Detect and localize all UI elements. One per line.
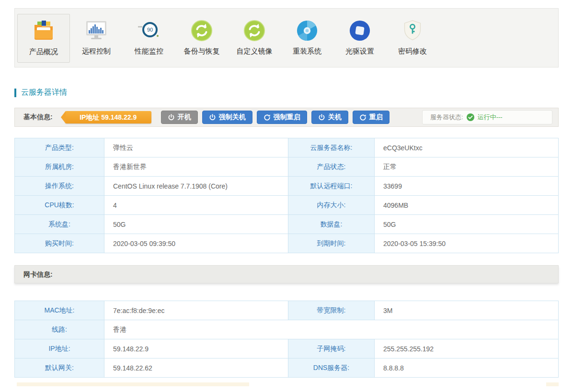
svg-text:90: 90 bbox=[147, 27, 153, 33]
field-label: 数据盘: bbox=[288, 215, 375, 234]
tab-custom-image[interactable]: 自定义镜像 bbox=[228, 14, 281, 62]
field-label: MAC地址: bbox=[15, 301, 104, 320]
disc-icon bbox=[281, 17, 333, 44]
force-restart-button[interactable]: 强制重启 bbox=[257, 111, 307, 124]
gauge-icon: 90 bbox=[123, 17, 175, 44]
field-value: 2020-03-05 15:39:50 bbox=[375, 234, 559, 253]
table-row: CPU核数:4内存大小:4096MB bbox=[15, 196, 559, 215]
power-button-group: 开机 强制关机 强制重启 关机 重启 bbox=[161, 111, 390, 124]
restart-icon bbox=[359, 114, 367, 121]
button-label: 强制关机 bbox=[219, 113, 246, 122]
field-value: 33699 bbox=[375, 177, 559, 196]
field-label: 带宽限制: bbox=[288, 301, 375, 320]
field-label: 到期时间: bbox=[288, 234, 375, 253]
field-value: 正常 bbox=[375, 157, 559, 177]
table-row: MAC地址:7e:ac:f8:de:9e:ec带宽限制:3M bbox=[15, 301, 559, 320]
field-label: DNS服务器: bbox=[288, 358, 375, 378]
tab-label: 密码修改 bbox=[386, 47, 439, 56]
nic-table: MAC地址:7e:ac:f8:de:9e:ec带宽限制:3M线路:香港IP地址:… bbox=[14, 301, 559, 378]
ip-address-badge: IP地址 59.148.22.9 bbox=[65, 111, 151, 123]
field-value: CentOS Linux release 7.7.1908 (Core) bbox=[104, 177, 288, 196]
table-row: 购买时间:2020-03-05 09:39:50到期时间:2020-03-05 … bbox=[15, 234, 559, 253]
field-label: 默认远程端口: bbox=[288, 177, 375, 196]
server-status-label: 服务器状态: bbox=[430, 113, 463, 122]
tab-change-password[interactable]: 密码修改 bbox=[386, 14, 439, 62]
table-row: 所属机房:香港新世界产品状态:正常 bbox=[15, 157, 559, 177]
field-value: 50G bbox=[104, 215, 288, 234]
field-label: CPU核数: bbox=[15, 196, 104, 215]
field-label: IP地址: bbox=[15, 339, 104, 358]
power-on-button[interactable]: 开机 bbox=[161, 111, 198, 124]
force-shutdown-button[interactable]: 强制关机 bbox=[202, 111, 252, 124]
tab-performance-monitor[interactable]: 90 性能监控 bbox=[123, 14, 175, 62]
button-label: 关机 bbox=[328, 113, 342, 122]
tab-label: 性能监控 bbox=[123, 47, 175, 56]
partial-next-row-left bbox=[17, 382, 249, 386]
basic-info-bar: 基本信息: IP地址 59.148.22.9 开机 强制关机 强制重启 关机 重… bbox=[14, 108, 559, 127]
button-label: 开机 bbox=[178, 113, 191, 122]
table-row: 产品类型:弹性云云服务器名称:eCQ3eUKtxc bbox=[15, 138, 559, 157]
field-label: 所属机房: bbox=[15, 157, 104, 177]
shield-key-icon bbox=[386, 17, 439, 44]
field-label: 云服务器名称: bbox=[288, 138, 375, 157]
power-icon bbox=[168, 114, 175, 121]
cloud-server-panel: 707 产品概况 远程控制 90 性能监控 备份与恢复 自定义镜像 重装系统 光… bbox=[0, 0, 573, 386]
tab-label: 光驱设置 bbox=[333, 47, 386, 56]
tab-cdrom-settings[interactable]: 光驱设置 bbox=[333, 14, 386, 62]
field-value: 50G bbox=[375, 215, 559, 234]
field-label: 产品状态: bbox=[288, 157, 375, 177]
field-value: 8.8.8.8 bbox=[375, 358, 559, 378]
tab-label: 远程控制 bbox=[70, 47, 123, 56]
button-label: 强制重启 bbox=[274, 113, 300, 122]
button-label: 重启 bbox=[369, 113, 383, 122]
monitor-chart-icon bbox=[70, 17, 123, 44]
tab-reinstall-system[interactable]: 重装系统 bbox=[281, 14, 333, 62]
tab-label: 产品概况 bbox=[18, 47, 69, 56]
field-value: 4096MB bbox=[375, 196, 559, 215]
tab-label: 重装系统 bbox=[281, 47, 333, 56]
page-title: 云服务器详情 bbox=[21, 88, 67, 98]
power-icon bbox=[209, 114, 216, 121]
server-status-box: 服务器状态: 运行中--- bbox=[422, 110, 552, 124]
field-label: 线路: bbox=[15, 320, 104, 339]
cdrom-icon bbox=[333, 17, 386, 44]
tab-product-overview[interactable]: 707 产品概况 bbox=[17, 14, 70, 63]
power-icon bbox=[318, 114, 325, 121]
field-label: 系统盘: bbox=[15, 215, 104, 234]
field-value: 4 bbox=[104, 196, 288, 215]
section-title: 云服务器详情 bbox=[14, 88, 559, 98]
field-value: 2020-03-05 09:39:50 bbox=[104, 234, 288, 253]
tab-remote-control[interactable]: 远程控制 bbox=[70, 14, 123, 62]
field-value: 7e:ac:f8:de:9e:ec bbox=[104, 301, 288, 320]
check-circle-icon bbox=[467, 113, 474, 121]
field-label: 子网掩码: bbox=[288, 339, 375, 358]
field-label: 购买时间: bbox=[15, 234, 104, 253]
field-value: eCQ3eUKtxc bbox=[375, 138, 559, 157]
folder-icon: 707 bbox=[18, 18, 69, 45]
tab-label: 自定义镜像 bbox=[228, 47, 281, 56]
partial-next-row-right bbox=[546, 382, 559, 386]
field-label: 操作系统: bbox=[15, 177, 104, 196]
field-value: 3M bbox=[375, 301, 559, 320]
server-status-value: 运行中--- bbox=[478, 113, 503, 122]
partial-next-row bbox=[14, 381, 559, 386]
restart-button[interactable]: 重启 bbox=[353, 111, 390, 124]
tab-backup-restore[interactable]: 备份与恢复 bbox=[175, 14, 228, 62]
field-label: 产品类型: bbox=[15, 138, 104, 157]
tab-label: 备份与恢复 bbox=[175, 47, 228, 56]
table-row: 操作系统:CentOS Linux release 7.7.1908 (Core… bbox=[15, 177, 559, 196]
field-value: 255.255.255.192 bbox=[375, 339, 559, 358]
field-value: 香港 bbox=[104, 320, 559, 339]
field-label: 内存大小: bbox=[288, 196, 375, 215]
field-value: 弹性云 bbox=[104, 138, 288, 157]
refresh-green-icon bbox=[228, 17, 281, 44]
table-row: 线路:香港 bbox=[15, 320, 559, 339]
section-title-bar bbox=[14, 89, 16, 97]
table-row: IP地址:59.148.22.9子网掩码:255.255.255.192 bbox=[15, 339, 559, 358]
field-value: 59.148.22.62 bbox=[104, 358, 288, 378]
table-row: 系统盘:50G数据盘:50G bbox=[15, 215, 559, 234]
shutdown-button[interactable]: 关机 bbox=[311, 111, 348, 124]
refresh-green-icon bbox=[175, 17, 228, 44]
basic-info-label: 基本信息: bbox=[23, 113, 53, 122]
field-value: 59.148.22.9 bbox=[104, 339, 288, 358]
